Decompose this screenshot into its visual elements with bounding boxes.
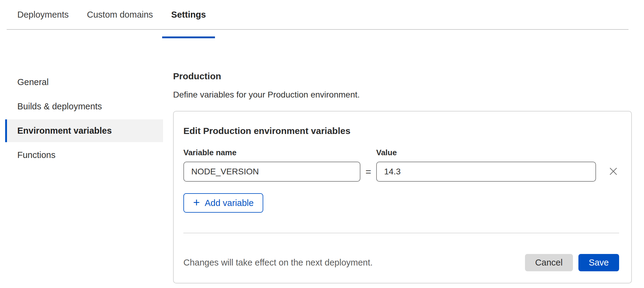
environment-variables-card: Edit Production environment variables Va…: [173, 111, 632, 283]
card-divider: [183, 233, 619, 233]
plus-icon: +: [193, 197, 200, 208]
variable-value-field: Value: [376, 148, 596, 182]
variable-name-input[interactable]: [183, 162, 360, 182]
footer-actions: Cancel Save: [525, 254, 619, 271]
sidebar-item-builds-deployments[interactable]: Builds & deployments: [5, 95, 163, 118]
card-footer: Changes will take effect on the next dep…: [183, 254, 619, 271]
content-area: General Builds & deployments Environment…: [0, 30, 644, 283]
card-title: Edit Production environment variables: [183, 125, 619, 137]
variable-value-input[interactable]: [376, 162, 596, 182]
page-title: Production: [173, 71, 632, 82]
tab-settings[interactable]: Settings: [162, 9, 215, 29]
sidebar-item-general[interactable]: General: [5, 71, 163, 94]
tab-custom-domains[interactable]: Custom domains: [78, 9, 162, 29]
add-variable-button[interactable]: + Add variable: [183, 193, 263, 213]
footer-note: Changes will take effect on the next dep…: [183, 258, 373, 268]
settings-sidebar: General Builds & deployments Environment…: [5, 71, 163, 283]
page-subtitle: Define variables for your Production env…: [173, 90, 632, 100]
sidebar-item-functions[interactable]: Functions: [5, 144, 163, 166]
cancel-button[interactable]: Cancel: [525, 254, 573, 271]
x-mark-icon: [608, 166, 619, 178]
sidebar-item-environment-variables[interactable]: Environment variables: [5, 119, 163, 142]
tab-deployments[interactable]: Deployments: [8, 9, 78, 29]
tab-bar: Deployments Custom domains Settings: [7, 0, 629, 30]
variable-row: Variable name = Value: [183, 148, 619, 182]
main-panel: Production Define variables for your Pro…: [173, 71, 632, 283]
equals-sign: =: [360, 162, 376, 182]
variable-name-label: Variable name: [183, 148, 360, 157]
variable-name-field: Variable name: [183, 148, 360, 182]
remove-variable-button[interactable]: [608, 162, 619, 182]
add-variable-label: Add variable: [205, 198, 254, 208]
save-button[interactable]: Save: [578, 254, 619, 271]
value-label: Value: [376, 148, 596, 157]
